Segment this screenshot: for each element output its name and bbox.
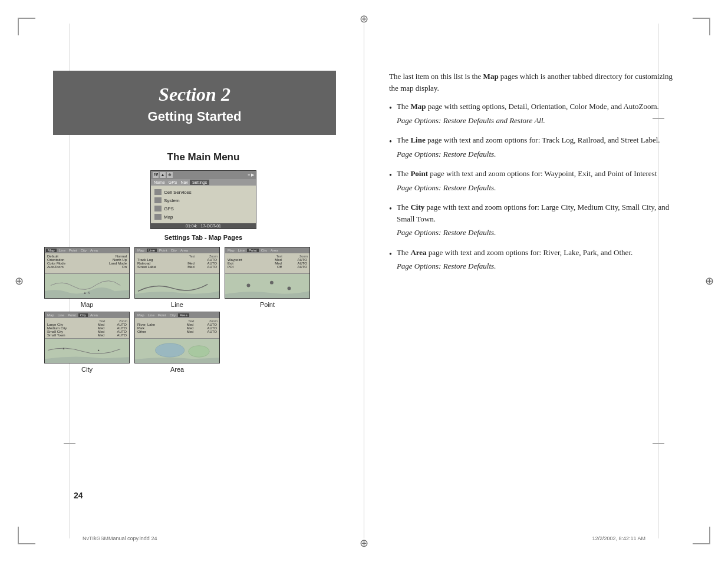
gps-main-screen: 🗺 ▲ ⊕ ≡ ▶ Name GPS Nav Settings Cell Ser… — [150, 170, 256, 229]
footer-right: 12/2/2002, 8:42:11 AM — [592, 535, 645, 541]
tab-line-2: Line — [147, 249, 157, 252]
small-gps-point-table: TextZoom WaypointMedAUTO ExitMedAUTO POI… — [225, 253, 309, 270]
small-gps-point: Map Line Point City Area TextZoom Waypoi… — [225, 247, 310, 299]
footer-left: NvTIkGSMManual copy.indd 24 — [83, 535, 157, 541]
reg-mark-right: ⊕ — [703, 275, 715, 287]
page-options-city: Page Options: Restore Defaults. — [397, 227, 678, 239]
bullet-dot-line: • — [389, 135, 392, 148]
page-options-map: Page Options: Restore Defaults and Resto… — [397, 115, 659, 127]
tab-area-4: Area — [89, 313, 99, 317]
gps-top-bar: 🗺 ▲ ⊕ ≡ ▶ — [151, 171, 256, 179]
bullet-list: • The Map page with setting options, Det… — [389, 101, 678, 272]
small-gps-city-table: TextZoom Large CityMedAUTO Medium CityMe… — [45, 318, 129, 338]
bullet-item-map: • The Map page with setting options, Det… — [389, 101, 678, 126]
small-gps-area-preview — [135, 338, 219, 363]
tab-area-2: Area — [179, 249, 189, 252]
svg-point-6 — [288, 286, 291, 290]
svg-point-4 — [246, 284, 250, 287]
point-preview-inner — [225, 274, 309, 298]
gps-menu-cell-services: Cell Services — [154, 188, 252, 196]
page-options-line: Page Options: Restore Defaults. — [397, 148, 660, 160]
tab-map-3: Map — [226, 249, 236, 252]
small-gps-map-preview: ▲ N — [45, 273, 129, 298]
gps-icon-2: ▲ — [160, 172, 166, 178]
system-label: System — [164, 198, 180, 203]
reg-mark-bottom: ⊕ — [358, 537, 370, 549]
tab-area: Area — [89, 249, 99, 252]
tab-map-4: Map — [46, 313, 55, 317]
gps-tab-gps: GPS — [167, 180, 179, 184]
small-gps-line: Map Line Point City Area TextZoom Track … — [134, 247, 220, 299]
gps-menu-map: Map — [154, 213, 252, 221]
bullet-text-point: The Point page with text and zoom option… — [397, 168, 657, 193]
small-gps-line-table: TextZoom Track LogAUTO RailroadMedAUTO S… — [135, 253, 219, 270]
bullet-text-area: The Area page with text and zoom options… — [397, 247, 633, 272]
tab-map: Map — [46, 249, 57, 252]
gps-tab-nav: Nav — [179, 180, 189, 184]
tab-line-4: Line — [57, 313, 65, 317]
gps-tab-settings: Settings — [190, 180, 209, 185]
gps-menu-system: System — [154, 196, 252, 204]
small-gps-city-tabs: Map Line Point City Area — [45, 312, 129, 318]
gps-screen-container: 🗺 ▲ ⊕ ≡ ▶ Name GPS Nav Settings Cell Ser… — [53, 170, 354, 229]
small-gps-line-tabs: Map Line Point City Area — [135, 247, 219, 253]
bullet-dot-area: • — [389, 248, 392, 260]
bullet-item-area: • The Area page with text and zoom optio… — [389, 247, 678, 272]
line-label-below: Line — [171, 301, 183, 308]
bullet-text-line: The Line page with text and zoom options… — [397, 134, 660, 160]
map-page-map: Map Line Point City Area DefaultNormal O… — [44, 247, 130, 308]
svg-point-5 — [270, 281, 274, 285]
tab-city-4: City — [78, 313, 88, 317]
gps-icon-extra: ≡ ▶ — [248, 173, 254, 177]
small-gps-point-tabs: Map Line Point City Area — [225, 247, 309, 253]
gps-icon — [154, 206, 162, 211]
tab-area-5: Area — [178, 313, 189, 317]
system-icon — [154, 197, 162, 203]
svg-point-12 — [189, 346, 210, 358]
svg-text:▲: ▲ — [97, 349, 100, 352]
page-container: ⊕ ⊕ ⊕ ⊕ Section 2 Getting Started The Ma… — [0, 0, 728, 562]
tab-line: Line — [58, 249, 67, 252]
section-number: Section 2 — [71, 84, 318, 105]
small-gps-city-preview: ▲ ▲ — [45, 338, 129, 363]
tab-point: Point — [68, 249, 78, 252]
gps-icon-1: 🗺 — [153, 172, 159, 178]
tab-area-3: Area — [269, 249, 279, 252]
small-gps-city: Map Line Point City Area TextZoom Large … — [44, 312, 130, 363]
line-preview-inner — [135, 274, 219, 298]
right-page: The last item on this list is the Map pa… — [377, 29, 696, 533]
tab-city: City — [80, 249, 88, 252]
map-label: Map — [164, 214, 173, 220]
center-divider — [364, 24, 364, 538]
map-preview-inner: ▲ N — [45, 274, 129, 298]
main-menu-heading: The Main Menu — [53, 151, 354, 163]
tab-point-4: Point — [67, 313, 77, 317]
gps-footer: 01:04: 17-OCT-01 — [151, 223, 256, 229]
bullet-dot-map: • — [389, 102, 392, 114]
svg-text:▲: ▲ — [62, 347, 65, 350]
map-icon — [154, 214, 162, 220]
tab-point-3: Point — [247, 249, 259, 252]
tab-city-5: City — [169, 313, 177, 317]
bullet-item-point: • The Point page with text and zoom opti… — [389, 168, 678, 193]
bullet-item-line: • The Line page with text and zoom optio… — [389, 134, 678, 160]
map-label-below: Map — [81, 301, 93, 308]
tab-map-5: Map — [136, 313, 146, 317]
reg-mark-top: ⊕ — [358, 13, 370, 25]
map-pages-grid-row2: Map Line Point City Area TextZoom Large … — [44, 312, 354, 373]
left-page: Section 2 Getting Started The Main Menu … — [35, 29, 354, 533]
bullet-dot-city: • — [389, 203, 392, 215]
area-label-below: Area — [170, 366, 184, 373]
area-preview-inner — [135, 339, 219, 363]
cell-services-icon — [154, 189, 162, 195]
intro-text: The last item on this list is the Map pa… — [389, 71, 678, 94]
city-label-below: City — [81, 366, 93, 373]
corner-bracket-bl — [18, 527, 35, 544]
bullet-item-city: • The City page with text and zoom optio… — [389, 201, 678, 239]
map-pages-grid: Map Line Point City Area DefaultNormal O… — [44, 247, 354, 308]
tab-line-5: Line — [147, 313, 156, 317]
tab-point-2: Point — [158, 249, 169, 252]
city-preview-inner: ▲ ▲ — [45, 339, 129, 363]
small-gps-map-table: DefaultNormal OrientationNorth Up Color … — [45, 253, 129, 270]
bullet-text-map: The Map page with setting options, Detai… — [397, 101, 659, 126]
